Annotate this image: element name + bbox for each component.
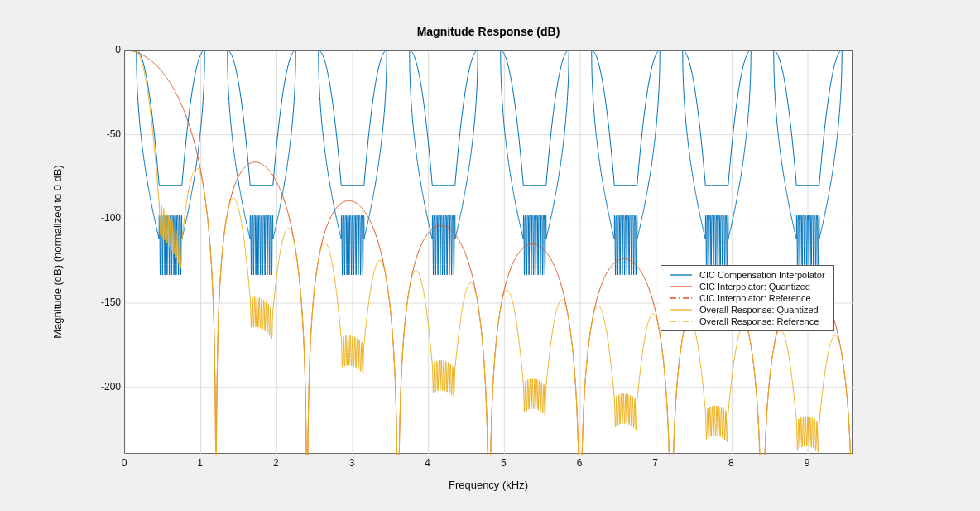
x-tick: 8	[728, 457, 734, 469]
legend[interactable]: CIC Compensation InterpolatorCIC Interpo…	[661, 265, 834, 331]
legend-swatch	[666, 304, 696, 316]
x-tick: 5	[501, 457, 507, 469]
plot-title: Magnitude Response (dB)	[124, 25, 853, 38]
x-tick: 1	[197, 457, 203, 469]
x-tick: 4	[425, 457, 430, 469]
legend-label: CIC Interpolator: Quantized	[696, 281, 829, 292]
x-tick: 6	[577, 457, 583, 469]
y-axis-label: Magnitude (dB) (normalized to 0 dB)	[51, 50, 68, 454]
y-tick: -200	[71, 381, 121, 393]
figure: Magnitude Response (dB) Magnitude (dB) (…	[0, 0, 980, 511]
series-cic-interpolator	[125, 51, 853, 455]
plot-svg	[125, 51, 853, 455]
x-tick: 3	[349, 457, 355, 469]
legend-label: Overall Response: Reference	[696, 316, 829, 327]
x-tick: 9	[805, 457, 810, 469]
plot-axes[interactable]	[124, 50, 853, 454]
series-overall-response	[125, 51, 853, 455]
legend-label: CIC Compensation Interpolator	[696, 269, 829, 281]
legend-swatch	[666, 292, 696, 304]
legend-label: CIC Interpolator: Reference	[696, 292, 829, 304]
legend-swatch	[666, 316, 696, 327]
legend-swatch	[666, 281, 696, 292]
legend-entry: CIC Interpolator: Quantized	[666, 281, 829, 292]
legend-entry: CIC Interpolator: Reference	[666, 292, 829, 304]
y-tick: -100	[71, 212, 121, 224]
y-tick: 0	[71, 44, 121, 55]
legend-entry: Overall Response: Quantized	[666, 304, 829, 316]
legend-label: Overall Response: Quantized	[696, 304, 829, 316]
legend-swatch	[666, 269, 696, 281]
x-tick: 2	[273, 457, 279, 469]
legend-entry: Overall Response: Reference	[666, 316, 829, 327]
y-tick: -150	[71, 296, 121, 308]
x-axis-label: Frequency (kHz)	[124, 479, 853, 491]
y-tick: -50	[71, 128, 121, 140]
x-tick: 0	[122, 457, 127, 469]
series-cic-compensation	[125, 51, 853, 275]
x-tick: 7	[652, 457, 658, 469]
legend-entry: CIC Compensation Interpolator	[666, 269, 829, 281]
legend-table: CIC Compensation InterpolatorCIC Interpo…	[666, 269, 829, 327]
